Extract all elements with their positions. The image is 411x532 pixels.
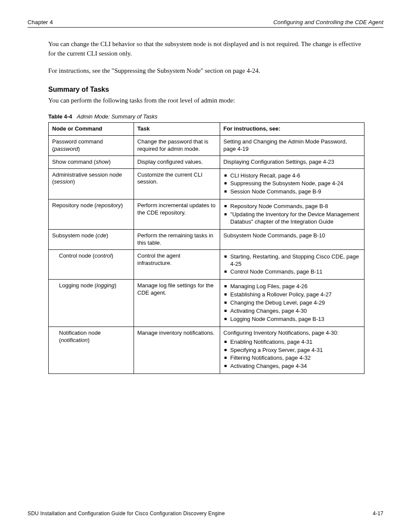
table-row: Control node (control)Control the agent … [49,249,364,280]
cell-node: Password command (password) [49,135,134,156]
note-link[interactable]: "Suppressing the Subsystem Node" section… [112,67,258,74]
cell-node: Administrative session node (session) [49,168,134,199]
col-header-task: Task [134,123,220,136]
cell-see: Subsystem Node Commands, page B-10 [220,229,364,249]
see-list-item[interactable]: Managing Log Files, page 4-26 [224,283,361,290]
see-link[interactable]: Setting and Changing the Admin Mode Pass… [224,138,347,152]
see-list-item[interactable]: Activating Changes, page 4-34 [224,363,361,370]
cell-node: Notification node (notification) [49,327,134,373]
note-suffix: . [258,67,260,74]
table-header-row: Node or Command Task For instructions, s… [49,123,364,136]
table-caption-label: Table 4-4 [48,113,72,120]
intro-paragraph: You can change the CLI behavior so that … [48,40,367,59]
footer-page-number: 4-17 [373,510,383,516]
table-row: Subsystem node (cde)Perform the remainin… [49,229,364,249]
table-row: Administrative session node (session)Cus… [49,168,364,199]
cell-node: Show command (show) [49,156,134,168]
see-list-item[interactable]: Changing the Debug Level, page 4-29 [224,299,361,307]
section-heading: Summary of Tasks [48,86,383,93]
see-link[interactable]: Displaying Configuration Settings, page … [224,159,334,165]
cell-task: Customize the current CLI session. [134,168,220,199]
table-row: Logging node (logging)Manage log file se… [49,280,364,327]
see-list-item[interactable]: Specifying a Proxy Server, page 4-31 [224,347,361,354]
see-list-item[interactable]: Logging Node Commands, page B-13 [224,316,361,323]
header-title: Configuring and Controlling the CDE Agen… [273,19,383,25]
table-caption-text: Admin Mode: Summary of Tasks [77,113,157,120]
cell-task: Manage log file settings for the CDE age… [134,280,220,327]
cell-node: Repository node (repository) [49,199,134,230]
see-list-item[interactable]: "Updating the Inventory for the Device M… [224,211,361,226]
cell-task: Change the password that is required for… [134,135,220,156]
see-list-item[interactable]: Activating Changes, page 4-30 [224,308,361,315]
cell-node: Control node (control) [49,249,134,280]
header-rule [28,27,383,28]
see-list-item[interactable]: Enabling Notifications, page 4-31 [224,339,361,346]
cell-task: Perform the remaining tasks in this tabl… [134,229,220,249]
admin-tasks-table: Node or Command Task For instructions, s… [48,122,364,374]
cell-see: Repository Node Commands, page B-8"Updat… [220,199,364,230]
cell-see: Displaying Configuration Settings, page … [220,156,364,168]
section-subtitle: You can perform the following tasks from… [48,96,367,106]
see-list-item[interactable]: Control Node Commands, page B-11 [224,268,361,276]
see-list-item[interactable]: Filtering Notifications, page 4-32 [224,355,361,362]
see-list-item[interactable]: Starting, Restarting, and Stopping Cisco… [224,253,361,268]
see-list-item[interactable]: CLI History Recall, page 4-6 [224,172,361,180]
note-prefix: For instructions, see the [48,67,112,74]
see-list-item[interactable]: Session Node Commands, page B-9 [224,188,361,196]
header-chapter: Chapter 4 [28,19,53,25]
see-list-item[interactable]: Establishing a Rollover Policy, page 4-2… [224,291,361,299]
instruction-note: For instructions, see the "Suppressing t… [48,66,367,76]
cell-see: Starting, Restarting, and Stopping Cisco… [220,249,364,280]
cell-task: Perform incremental updates to the CDE r… [134,199,220,230]
cell-see: Managing Log Files, page 4-26Establishin… [220,280,364,327]
table-row: Show command (show)Display configured va… [49,156,364,168]
see-list-item[interactable]: Repository Node Commands, page B-8 [224,203,361,210]
table-row: Notification node (notification)Manage i… [49,327,364,373]
table-row: Repository node (repository)Perform incr… [49,199,364,230]
cell-node: Subsystem node (cde) [49,229,134,249]
cell-task: Control the agent infrastructure. [134,249,220,280]
see-list-item[interactable]: Suppressing the Subsystem Node, page 4-2… [224,180,361,187]
see-link[interactable]: Subsystem Node Commands, page B-10 [224,232,325,239]
cell-node: Logging node (logging) [49,280,134,327]
col-header-node: Node or Command [49,123,134,136]
col-header-see: For instructions, see: [220,123,364,136]
cell-task: Manage inventory notifications. [134,327,220,373]
table-caption: Table 4-4 Admin Mode: Summary of Tasks [48,113,383,120]
cell-task: Display configured values. [134,156,220,168]
cell-see: CLI History Recall, page 4-6Suppressing … [220,168,364,199]
cell-see: Configuring Inventory Notifications, pag… [220,327,364,373]
footer-doc-title: SDU Installation and Configuration Guide… [28,510,225,516]
cell-see: Setting and Changing the Admin Mode Pass… [220,135,364,156]
table-row: Password command (password)Change the pa… [49,135,364,156]
